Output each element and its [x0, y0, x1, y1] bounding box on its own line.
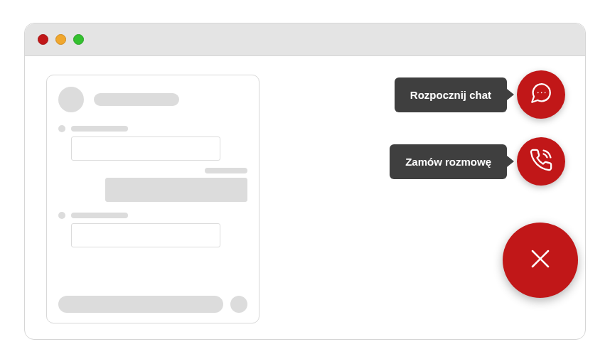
svg-point-0 — [537, 92, 539, 93]
minimize-window-button[interactable] — [55, 34, 66, 45]
close-window-button[interactable] — [38, 34, 48, 45]
svg-point-1 — [541, 92, 542, 93]
action-row-call: Zamów rozmowę — [390, 137, 565, 186]
maximize-window-button[interactable] — [73, 34, 84, 45]
close-icon — [525, 243, 556, 277]
timestamp-placeholder — [205, 168, 247, 173]
start-chat-button[interactable] — [517, 70, 565, 119]
tooltip-call: Zamów rozmowę — [390, 144, 507, 179]
chat-panel-skeleton — [46, 75, 259, 323]
action-row-chat: Rozpocznij chat — [395, 70, 565, 119]
message-group — [58, 168, 247, 202]
chat-header-skeleton — [58, 87, 247, 112]
message-group — [58, 212, 247, 247]
sender-dot-placeholder — [58, 125, 65, 132]
svg-point-2 — [545, 92, 546, 93]
tooltip-call-label: Zamów rozmowę — [405, 156, 491, 168]
message-bubble-placeholder — [71, 136, 220, 161]
close-widget-button[interactable] — [503, 223, 578, 298]
browser-window: Rozpocznij chat Zamów rozmowę — [24, 23, 586, 340]
avatar-placeholder — [58, 87, 84, 112]
window-titlebar — [25, 23, 585, 56]
window-content: Rozpocznij chat Zamów rozmowę — [25, 56, 585, 339]
message-bubble-placeholder — [71, 223, 220, 247]
sender-name-placeholder — [71, 213, 128, 218]
chat-input-row-skeleton — [58, 296, 247, 313]
send-button-placeholder — [230, 296, 247, 313]
sender-dot-placeholder — [58, 212, 65, 219]
title-placeholder — [94, 93, 179, 106]
tooltip-chat: Rozpocznij chat — [395, 77, 507, 112]
message-group — [58, 125, 247, 161]
sender-name-placeholder — [71, 126, 128, 132]
message-bubble-placeholder — [105, 178, 247, 202]
tooltip-chat-label: Rozpocznij chat — [410, 89, 491, 101]
chat-bubble-icon — [529, 81, 553, 108]
request-call-button[interactable] — [517, 137, 565, 186]
chat-input-placeholder — [58, 296, 223, 313]
floating-actions: Rozpocznij chat Zamów rozmowę — [390, 70, 565, 284]
phone-ring-icon — [529, 148, 553, 175]
